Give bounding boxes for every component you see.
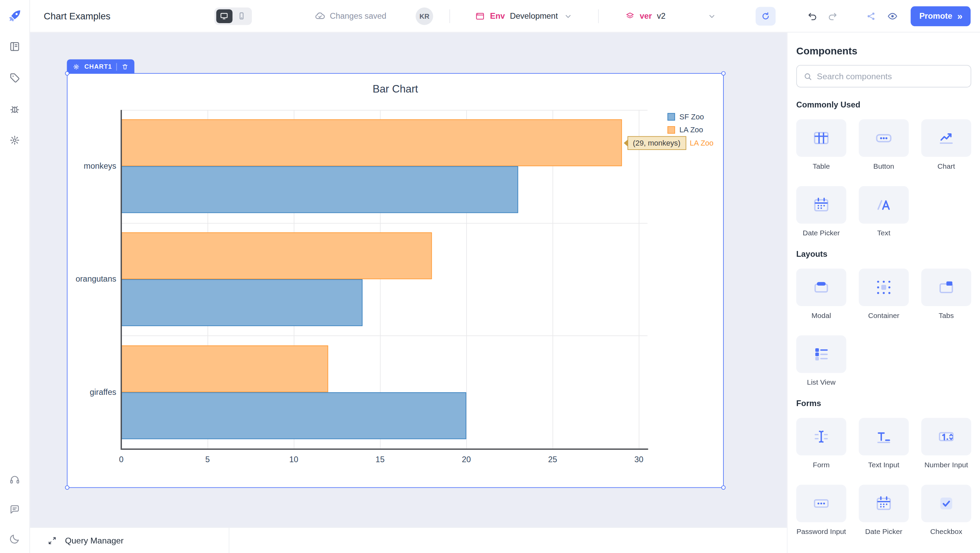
component-card-chart[interactable]: Chart: [921, 119, 971, 170]
bar-sf-zoo-monkeys[interactable]: [121, 166, 518, 213]
component-card-table[interactable]: Table: [796, 119, 846, 170]
legend-swatch: [668, 113, 675, 121]
chart-plot-area: (29, monkeys) LA Zoo 051015202530monkeys…: [121, 110, 648, 448]
chevron-down-icon: [563, 11, 573, 21]
component-label: Container: [868, 312, 899, 319]
query-manager-label[interactable]: Query Manager: [65, 536, 124, 545]
environment-icon: [475, 11, 485, 21]
debugger-bug-icon[interactable]: [9, 103, 21, 115]
legend-item-sf-zoo[interactable]: SF Zoo: [668, 111, 704, 122]
component-card-modal[interactable]: Modal: [796, 269, 846, 319]
env-value: Development: [510, 11, 558, 21]
tag-icon[interactable]: [9, 72, 21, 84]
preview-eye-icon[interactable]: [887, 10, 898, 21]
search-components-input[interactable]: [817, 72, 964, 81]
password-input-icon: [796, 485, 846, 522]
component-label: Modal: [811, 312, 831, 319]
bar-la-zoo-giraffes[interactable]: [121, 345, 328, 392]
bar-la-zoo-monkeys[interactable]: [121, 119, 621, 166]
component-card-list-view[interactable]: List View: [796, 335, 846, 386]
component-card-checkbox[interactable]: Checkbox: [921, 485, 971, 536]
widget-settings-gear-icon[interactable]: [73, 63, 80, 70]
desktop-view-button[interactable]: [216, 9, 232, 23]
component-card-date-picker[interactable]: Date Picker: [859, 485, 909, 536]
category-label-giraffes: giraffes: [57, 387, 116, 397]
redo-icon[interactable]: [827, 10, 838, 21]
resize-handle-bottom-right[interactable]: [721, 485, 726, 490]
widget-tag[interactable]: CHART1: [67, 59, 135, 73]
component-label: Date Picker: [803, 229, 840, 237]
widget-name: CHART1: [84, 63, 112, 70]
button-icon: [859, 119, 909, 157]
chevron-down-icon: [707, 11, 717, 21]
component-card-password-input[interactable]: Password Input: [796, 485, 846, 536]
widget-delete-trash-icon[interactable]: [121, 63, 129, 70]
bar-la-zoo-orangutans[interactable]: [121, 232, 432, 279]
modal-icon: [796, 269, 846, 306]
undo-icon[interactable]: [807, 10, 818, 21]
component-card-container[interactable]: Container: [859, 269, 909, 319]
component-card-date-picker[interactable]: Date Picker: [796, 186, 846, 237]
date-picker-icon: [859, 485, 909, 522]
double-chevron-right-icon: »: [957, 11, 962, 21]
x-gridline: [639, 110, 640, 448]
app-root: Chart Examples Changes saved KR Env Deve…: [0, 0, 980, 553]
components-section-layouts: LayoutsModalContainerTabsList View: [796, 249, 971, 386]
resize-handle-top-right[interactable]: [721, 71, 726, 76]
resize-handle-top-left[interactable]: [65, 71, 69, 76]
legend-item-la-zoo[interactable]: LA Zoo: [668, 124, 704, 136]
editor-canvas[interactable]: CHART1 Bar Chart (29, monkeys) LA Zoo 05…: [30, 33, 787, 528]
components-section-commonly-used: Commonly UsedTableButtonChartDate Picker…: [796, 100, 971, 237]
component-card-button[interactable]: Button: [859, 119, 909, 170]
refresh-icon: [760, 11, 770, 21]
form-icon: [796, 418, 846, 455]
version-selector[interactable]: ver v2: [625, 11, 717, 21]
support-headset-icon[interactable]: [9, 474, 21, 486]
promote-button[interactable]: Promote »: [911, 6, 970, 26]
expand-icon[interactable]: [48, 536, 57, 545]
environment-selector[interactable]: Env Development: [475, 11, 573, 21]
app-logo-rocket-icon[interactable]: [6, 8, 23, 24]
component-label: Date Picker: [865, 528, 902, 536]
chart-icon: [921, 119, 971, 157]
chart-widget[interactable]: CHART1 Bar Chart (29, monkeys) LA Zoo 05…: [67, 73, 724, 488]
top-bar: Chart Examples Changes saved KR Env Deve…: [30, 0, 980, 33]
component-card-tabs[interactable]: Tabs: [921, 269, 971, 319]
user-avatar[interactable]: KR: [416, 7, 433, 24]
chat-bubble-icon[interactable]: [9, 503, 21, 515]
tabs-icon: [921, 269, 971, 306]
device-toggle: [214, 7, 251, 24]
components-sections: Commonly UsedTableButtonChartDate Picker…: [796, 100, 971, 536]
component-card-text-input[interactable]: Text Input: [859, 418, 909, 469]
search-icon: [803, 72, 813, 81]
mobile-view-button[interactable]: [234, 9, 250, 23]
section-title: Forms: [796, 399, 971, 408]
bar-sf-zoo-orangutans[interactable]: [121, 279, 363, 326]
component-card-text[interactable]: Text: [859, 186, 909, 237]
pages-icon[interactable]: [9, 40, 21, 52]
component-card-form[interactable]: Form: [796, 418, 846, 469]
checkbox-icon: [921, 485, 971, 522]
components-panel: Components Commonly UsedTableButtonChart…: [787, 33, 980, 553]
search-components-box[interactable]: [796, 65, 971, 87]
divider: [450, 9, 450, 23]
share-icon[interactable]: [865, 10, 877, 21]
y-gridline: [121, 223, 648, 224]
x-tick-label: 0: [108, 455, 135, 464]
y-gridline: [121, 110, 648, 111]
bar-sf-zoo-giraffes[interactable]: [121, 392, 466, 439]
bottom-bar: Query Manager: [30, 527, 787, 553]
category-label-orangutans: orangutans: [57, 274, 116, 284]
settings-gear-icon[interactable]: [9, 134, 21, 146]
refresh-button[interactable]: [756, 6, 775, 25]
promote-label: Promote: [920, 11, 953, 21]
resize-handle-bottom-left[interactable]: [65, 485, 69, 490]
chart-title: Bar Chart: [67, 83, 723, 95]
y-axis-line: [121, 110, 122, 448]
x-tick-label: 5: [194, 455, 221, 464]
section-title: Layouts: [796, 249, 971, 259]
dark-mode-moon-icon[interactable]: [9, 533, 21, 545]
component-label: Number Input: [924, 461, 968, 469]
component-card-number-input[interactable]: Number Input: [921, 418, 971, 469]
y-gridline: [121, 336, 648, 336]
